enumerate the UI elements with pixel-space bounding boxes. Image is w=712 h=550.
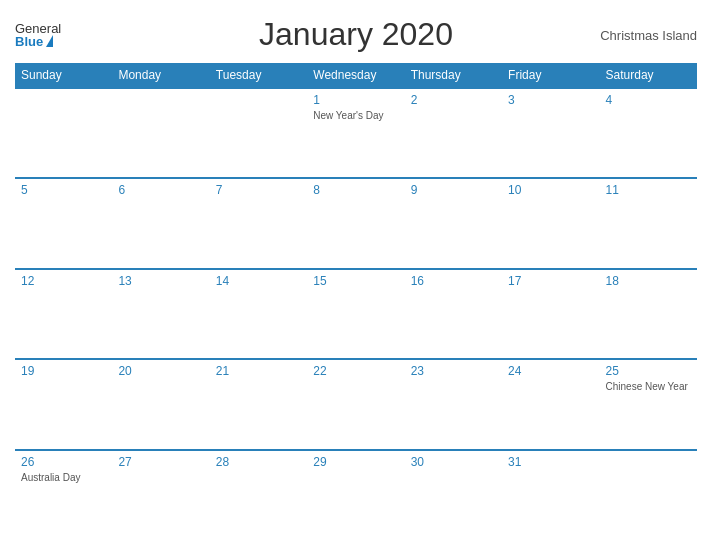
weekday-header-sunday: Sunday: [15, 63, 112, 88]
calendar-week-2: 567891011: [15, 178, 697, 268]
calendar-header: General Blue January 2020 Christmas Isla…: [15, 10, 697, 59]
day-number: 23: [411, 364, 496, 378]
weekday-header-row: SundayMondayTuesdayWednesdayThursdayFrid…: [15, 63, 697, 88]
calendar-cell: [15, 88, 112, 178]
day-number: 22: [313, 364, 398, 378]
calendar-cell: 2: [405, 88, 502, 178]
day-number: 30: [411, 455, 496, 469]
day-number: 26: [21, 455, 106, 469]
day-number: 31: [508, 455, 593, 469]
calendar-week-4: 19202122232425Chinese New Year: [15, 359, 697, 449]
day-number: 11: [606, 183, 691, 197]
weekday-header-monday: Monday: [112, 63, 209, 88]
day-number: 12: [21, 274, 106, 288]
day-number: 6: [118, 183, 203, 197]
calendar-cell: 12: [15, 269, 112, 359]
logo-triangle-icon: [46, 35, 53, 47]
calendar-cell: 21: [210, 359, 307, 449]
calendar-title: January 2020: [259, 16, 453, 53]
calendar-cell: 15: [307, 269, 404, 359]
calendar-cell: 28: [210, 450, 307, 540]
day-number: 24: [508, 364, 593, 378]
day-number: 9: [411, 183, 496, 197]
region-label: Christmas Island: [600, 27, 697, 42]
calendar-cell: 1New Year's Day: [307, 88, 404, 178]
calendar-cell: 16: [405, 269, 502, 359]
holiday-label: Australia Day: [21, 471, 106, 484]
calendar-week-5: 26Australia Day2728293031: [15, 450, 697, 540]
calendar-cell: [600, 450, 697, 540]
day-number: 18: [606, 274, 691, 288]
logo-blue-row: Blue: [15, 35, 53, 48]
logo-blue-text: Blue: [15, 35, 43, 48]
calendar-cell: 13: [112, 269, 209, 359]
holiday-label: New Year's Day: [313, 109, 398, 122]
calendar-cell: 14: [210, 269, 307, 359]
calendar-cell: 7: [210, 178, 307, 268]
calendar-cell: [112, 88, 209, 178]
calendar-cell: 6: [112, 178, 209, 268]
calendar-cell: 11: [600, 178, 697, 268]
day-number: 25: [606, 364, 691, 378]
weekday-header-thursday: Thursday: [405, 63, 502, 88]
calendar-cell: 25Chinese New Year: [600, 359, 697, 449]
day-number: 10: [508, 183, 593, 197]
weekday-header-saturday: Saturday: [600, 63, 697, 88]
calendar-cell: 8: [307, 178, 404, 268]
day-number: 5: [21, 183, 106, 197]
weekday-header-tuesday: Tuesday: [210, 63, 307, 88]
calendar-cell: 30: [405, 450, 502, 540]
calendar-cell: 9: [405, 178, 502, 268]
day-number: 29: [313, 455, 398, 469]
day-number: 19: [21, 364, 106, 378]
weekday-header-friday: Friday: [502, 63, 599, 88]
day-number: 16: [411, 274, 496, 288]
calendar-cell: 23: [405, 359, 502, 449]
day-number: 20: [118, 364, 203, 378]
calendar-cell: 27: [112, 450, 209, 540]
day-number: 13: [118, 274, 203, 288]
calendar-week-3: 12131415161718: [15, 269, 697, 359]
calendar-cell: 5: [15, 178, 112, 268]
calendar-cell: 20: [112, 359, 209, 449]
calendar-cell: 4: [600, 88, 697, 178]
logo: General Blue: [15, 22, 61, 48]
calendar-cell: [210, 88, 307, 178]
calendar-week-1: 1New Year's Day234: [15, 88, 697, 178]
day-number: 8: [313, 183, 398, 197]
calendar-cell: 3: [502, 88, 599, 178]
day-number: 21: [216, 364, 301, 378]
calendar-cell: 31: [502, 450, 599, 540]
calendar-cell: 22: [307, 359, 404, 449]
day-number: 15: [313, 274, 398, 288]
calendar-cell: 29: [307, 450, 404, 540]
calendar-cell: 17: [502, 269, 599, 359]
day-number: 7: [216, 183, 301, 197]
day-number: 3: [508, 93, 593, 107]
calendar-cell: 19: [15, 359, 112, 449]
day-number: 27: [118, 455, 203, 469]
calendar-cell: 26Australia Day: [15, 450, 112, 540]
holiday-label: Chinese New Year: [606, 380, 691, 393]
day-number: 28: [216, 455, 301, 469]
day-number: 17: [508, 274, 593, 288]
day-number: 4: [606, 93, 691, 107]
calendar-cell: 10: [502, 178, 599, 268]
calendar-cell: 24: [502, 359, 599, 449]
day-number: 14: [216, 274, 301, 288]
day-number: 1: [313, 93, 398, 107]
day-number: 2: [411, 93, 496, 107]
weekday-header-wednesday: Wednesday: [307, 63, 404, 88]
calendar-cell: 18: [600, 269, 697, 359]
calendar-table: SundayMondayTuesdayWednesdayThursdayFrid…: [15, 63, 697, 540]
